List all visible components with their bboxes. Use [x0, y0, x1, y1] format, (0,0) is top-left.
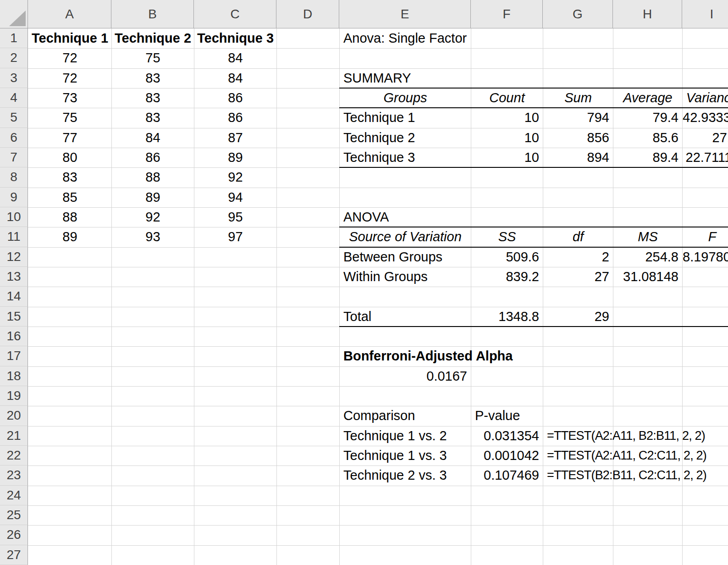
cell-H5[interactable]: 79.4 [613, 108, 682, 127]
cell-G13[interactable]: 27 [543, 267, 613, 287]
cell-I6[interactable]: 27.6 [683, 128, 728, 148]
cell-A11[interactable]: 89 [28, 227, 111, 247]
cell-A8[interactable]: 83 [28, 167, 111, 187]
cell-G12[interactable]: 2 [543, 247, 613, 267]
cell-H7[interactable]: 89.4 [613, 148, 682, 167]
cell-H6[interactable]: 85.6 [613, 128, 682, 148]
cell-G5[interactable]: 794 [543, 108, 613, 127]
row-header-8[interactable]: 8 [0, 167, 28, 187]
cell-E7[interactable]: Technique 3 [340, 148, 471, 167]
cell-G15[interactable]: 29 [543, 307, 613, 327]
cell-F5[interactable]: 10 [471, 108, 543, 127]
cell-F21[interactable]: 0.031354 [471, 426, 543, 446]
cell-F22[interactable]: 0.001042 [471, 446, 543, 465]
cell-G21[interactable]: =TTEST(A2:A11, B2:B11, 2, 2) [543, 426, 613, 446]
cell-B3[interactable]: 83 [112, 68, 194, 88]
cell-A3[interactable]: 72 [28, 68, 111, 88]
cell-E23[interactable]: Technique 2 vs. 3 [340, 465, 471, 485]
cell-E11[interactable]: Source of Variation [340, 227, 471, 247]
cell-E18[interactable]: 0.0167 [340, 366, 471, 386]
cell-I11[interactable]: F [683, 227, 728, 247]
cell-E17[interactable]: Bonferroni-Adjusted Alpha [340, 346, 471, 366]
cell-B9[interactable]: 89 [112, 188, 194, 207]
row-header-14[interactable]: 14 [0, 287, 28, 306]
cell-E3[interactable]: SUMMARY [340, 68, 471, 88]
cell-B6[interactable]: 84 [112, 128, 194, 148]
cell-B4[interactable]: 83 [112, 88, 194, 108]
cell-E15[interactable]: Total [340, 307, 471, 327]
cell-H12[interactable]: 254.8 [613, 247, 682, 267]
cell-E12[interactable]: Between Groups [340, 247, 471, 267]
row-header-18[interactable]: 18 [0, 366, 28, 386]
cell-B8[interactable]: 88 [112, 167, 194, 187]
cell-C10[interactable]: 95 [194, 207, 276, 227]
select-all-corner[interactable] [0, 0, 28, 28]
cell-F4[interactable]: Count [471, 88, 543, 108]
cell-C4[interactable]: 86 [194, 88, 276, 108]
row-header-3[interactable]: 3 [0, 68, 28, 88]
cell-F7[interactable]: 10 [471, 148, 543, 167]
cell-I7[interactable]: 22.71111 [683, 148, 728, 167]
column-header-G[interactable]: G [543, 0, 613, 28]
cell-E13[interactable]: Within Groups [340, 267, 471, 287]
cell-E20[interactable]: Comparison [340, 406, 471, 426]
row-header-5[interactable]: 5 [0, 108, 28, 127]
row-header-11[interactable]: 11 [0, 227, 28, 247]
cell-C5[interactable]: 86 [194, 108, 276, 127]
cell-F6[interactable]: 10 [471, 128, 543, 148]
column-header-B[interactable]: B [111, 0, 194, 28]
cell-H11[interactable]: MS [613, 227, 682, 247]
cell-I4[interactable]: Variance [683, 88, 728, 108]
cell-I5[interactable]: 42.93333 [683, 108, 728, 127]
cell-G7[interactable]: 894 [543, 148, 613, 167]
row-header-25[interactable]: 25 [0, 505, 28, 525]
cell-E1[interactable]: Anova: Single Factor [340, 28, 471, 48]
cell-C2[interactable]: 84 [194, 48, 276, 68]
row-header-27[interactable]: 27 [0, 545, 28, 565]
row-header-21[interactable]: 21 [0, 426, 28, 446]
cell-F13[interactable]: 839.2 [471, 267, 543, 287]
cell-C9[interactable]: 94 [194, 188, 276, 207]
cell-E5[interactable]: Technique 1 [340, 108, 471, 127]
row-header-17[interactable]: 17 [0, 346, 28, 366]
cell-A4[interactable]: 73 [28, 88, 111, 108]
cell-F20[interactable]: P-value [471, 406, 543, 426]
row-header-12[interactable]: 12 [0, 247, 28, 267]
cell-E21[interactable]: Technique 1 vs. 2 [340, 426, 471, 446]
cell-G23[interactable]: =TTEST(B2:B11, C2:C11, 2, 2) [543, 465, 613, 485]
cell-C3[interactable]: 84 [194, 68, 276, 88]
cell-A9[interactable]: 85 [28, 188, 111, 207]
column-header-F[interactable]: F [471, 0, 543, 28]
cell-E4[interactable]: Groups [340, 88, 471, 108]
cell-C6[interactable]: 87 [194, 128, 276, 148]
row-header-4[interactable]: 4 [0, 88, 28, 108]
cell-F23[interactable]: 0.107469 [471, 465, 543, 485]
cell-F11[interactable]: SS [471, 227, 543, 247]
column-header-A[interactable]: A [28, 0, 111, 28]
cell-A10[interactable]: 88 [28, 207, 111, 227]
row-header-24[interactable]: 24 [0, 486, 28, 505]
cell-A1[interactable]: Technique 1 [28, 28, 111, 48]
row-header-16[interactable]: 16 [0, 327, 28, 346]
row-header-23[interactable]: 23 [0, 465, 28, 485]
row-header-19[interactable]: 19 [0, 386, 28, 406]
cell-F12[interactable]: 509.6 [471, 247, 543, 267]
row-header-10[interactable]: 10 [0, 207, 28, 227]
cell-C11[interactable]: 97 [194, 227, 276, 247]
cell-A6[interactable]: 77 [28, 128, 111, 148]
cell-B2[interactable]: 75 [112, 48, 194, 68]
cell-G11[interactable]: df [543, 227, 613, 247]
row-header-7[interactable]: 7 [0, 148, 28, 167]
cell-A2[interactable]: 72 [28, 48, 111, 68]
cell-G4[interactable]: Sum [543, 88, 613, 108]
cell-C1[interactable]: Technique 3 [194, 28, 276, 48]
row-header-6[interactable]: 6 [0, 128, 28, 148]
column-header-E[interactable]: E [339, 0, 471, 28]
cell-E22[interactable]: Technique 1 vs. 3 [340, 446, 471, 465]
row-header-13[interactable]: 13 [0, 267, 28, 287]
cell-G22[interactable]: =TTEST(A2:A11, C2:C11, 2, 2) [543, 446, 613, 465]
cell-A5[interactable]: 75 [28, 108, 111, 127]
cell-C8[interactable]: 92 [194, 167, 276, 187]
row-header-22[interactable]: 22 [0, 446, 28, 465]
cell-H13[interactable]: 31.08148 [613, 267, 682, 287]
